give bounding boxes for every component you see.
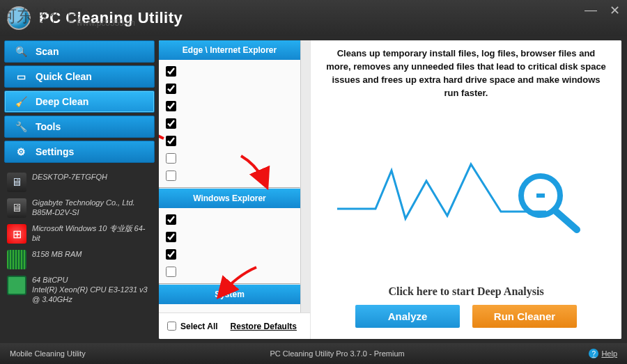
checklist-checkbox[interactable] <box>166 136 176 146</box>
select-all-checkbox[interactable]: Select All <box>167 322 218 331</box>
os-label: Microsoft Windows 10 专业版 64-bit <box>32 224 152 244</box>
checklist-checkbox[interactable] <box>166 214 176 225</box>
help-icon: ? <box>589 349 598 358</box>
nav-label: Deep Clean <box>36 96 88 107</box>
svg-line-2 <box>555 210 577 230</box>
hint-text: Click here to start Deep Analysis <box>323 285 609 298</box>
ram-label: 8158 MB RAM <box>32 250 152 260</box>
computer-icon: 🖥 <box>7 173 26 192</box>
statusbar: Mobile Cleaning Utility PC Cleaning Util… <box>0 343 627 364</box>
restore-defaults-link[interactable]: Restore Defaults <box>231 322 297 331</box>
checklist-checkbox[interactable] <box>166 118 176 129</box>
section-header-winexp: Windows Explorer <box>159 189 300 208</box>
windows-icon: ⊞ <box>7 224 26 244</box>
nav-scan[interactable]: 🔍 Scan <box>4 40 155 63</box>
checklist-item[interactable] <box>166 228 293 246</box>
app-window: 河东软件园 www.pc0359.cn PC Cleaning Utility … <box>0 0 627 364</box>
checklist-scrollbar[interactable] <box>300 40 310 312</box>
hostname-label: DESKTOP-7ETGFQH <box>32 173 152 182</box>
app-title: PC Cleaning Utility <box>39 9 183 27</box>
nav-label: Quick Clean <box>36 71 92 82</box>
checklist-checkbox[interactable] <box>166 153 176 164</box>
main-pane: Edge \ Internet Explorer Windows Explore… <box>159 40 621 339</box>
broom-icon: 🧹 <box>15 96 27 107</box>
help-link[interactable]: ? Help <box>589 349 617 358</box>
checklist-item[interactable] <box>166 97 293 115</box>
checklist-footer: Select All Restore Defaults <box>159 312 310 339</box>
select-all-label: Select All <box>180 322 218 331</box>
checklist-item[interactable] <box>166 263 293 280</box>
checklist-checkbox[interactable] <box>166 101 176 111</box>
app-logo-title: PC Cleaning Utility <box>7 6 183 30</box>
nav-label: Settings <box>36 146 74 157</box>
section-header-edge: Edge \ Internet Explorer <box>159 40 300 60</box>
checklist-item[interactable] <box>166 115 293 132</box>
sidebar: 🔍 Scan ▭ Quick Clean 🧹 Deep Clean 🔧 Tool… <box>0 36 159 343</box>
window-icon: ▭ <box>15 71 27 82</box>
checklist-item[interactable] <box>166 246 293 263</box>
search-icon: 🔍 <box>15 46 27 57</box>
analysis-graphic <box>323 100 609 285</box>
nav-deep-clean[interactable]: 🧹 Deep Clean <box>4 90 155 113</box>
checklist-checkbox[interactable] <box>166 232 176 242</box>
app-logo-icon <box>7 6 31 30</box>
nav-label: Scan <box>36 46 59 57</box>
cpu-icon <box>7 276 26 295</box>
checklist-item[interactable] <box>166 211 293 228</box>
nav-label: Tools <box>36 121 61 132</box>
motherboard-icon: 🖥 <box>7 198 26 218</box>
description-text: Cleans up temporary install files, log f… <box>323 47 609 100</box>
section-header-system: System <box>159 285 300 304</box>
checklist-item[interactable] <box>166 167 293 184</box>
run-cleaner-button[interactable]: Run Cleaner <box>472 305 577 328</box>
checklist-checkbox[interactable] <box>166 267 176 277</box>
checklist-checkbox[interactable] <box>166 84 176 94</box>
checklist-item[interactable] <box>166 63 293 80</box>
checklist-checkbox[interactable] <box>166 66 176 77</box>
motherboard-label: Gigabyte Technology Co., Ltd. B85M-D2V-S… <box>32 198 152 218</box>
help-label: Help <box>601 349 617 358</box>
app-body: 🔍 Scan ▭ Quick Clean 🧹 Deep Clean 🔧 Tool… <box>0 36 627 343</box>
cpu-label: 64 BitCPU Intel(R) Xeon(R) CPU E3-1231 v… <box>32 276 152 304</box>
ram-icon <box>7 250 26 269</box>
system-info: 🖥 DESKTOP-7ETGFQH 🖥 Gigabyte Technology … <box>4 170 155 304</box>
checklist-checkbox[interactable] <box>166 249 176 260</box>
checklist-item[interactable] <box>166 150 293 167</box>
checklist-checkbox[interactable] <box>166 171 176 181</box>
wrench-icon: 🔧 <box>15 121 27 132</box>
checklist-item[interactable] <box>166 80 293 97</box>
analyze-button[interactable]: Analyze <box>355 305 460 328</box>
status-left[interactable]: Mobile Cleaning Utility <box>10 349 86 358</box>
select-all-input[interactable] <box>167 322 176 331</box>
checklist-item[interactable] <box>166 132 293 150</box>
status-center: PC Cleaning Utility Pro 3.7.0 - Premium <box>86 349 589 358</box>
close-button[interactable]: ✕ <box>607 3 623 18</box>
nav-quick-clean[interactable]: ▭ Quick Clean <box>4 65 155 88</box>
minimize-button[interactable]: — <box>582 3 600 18</box>
gear-icon: ⚙ <box>15 146 27 157</box>
nav-settings[interactable]: ⚙ Settings <box>4 141 155 163</box>
info-panel: Cleans up temporary install files, log f… <box>311 40 621 339</box>
titlebar: 河东软件园 www.pc0359.cn PC Cleaning Utility … <box>0 0 627 36</box>
nav-tools[interactable]: 🔧 Tools <box>4 116 155 138</box>
